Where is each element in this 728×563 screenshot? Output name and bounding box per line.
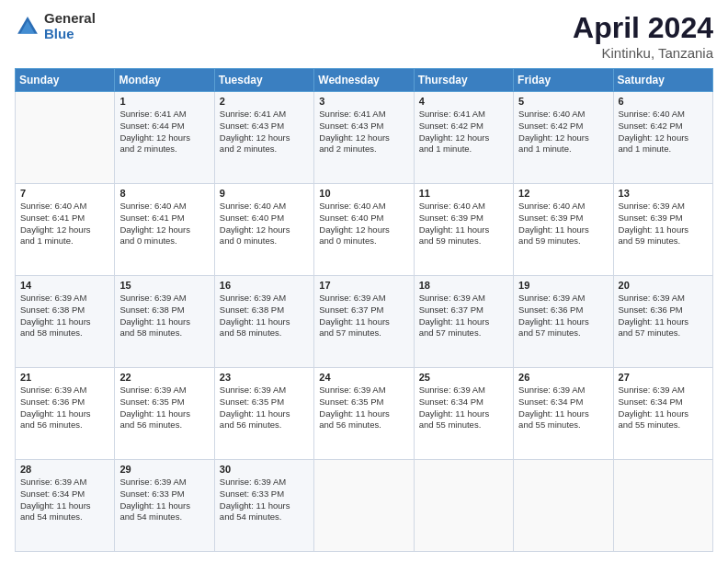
logo-blue-text: Blue <box>44 27 96 42</box>
calendar-cell: 2Sunrise: 6:41 AM Sunset: 6:43 PM Daylig… <box>214 92 313 184</box>
calendar-cell: 3Sunrise: 6:41 AM Sunset: 6:43 PM Daylig… <box>314 92 414 184</box>
calendar-cell: 21Sunrise: 6:39 AM Sunset: 6:36 PM Dayli… <box>16 368 115 460</box>
day-number: 1 <box>119 96 209 107</box>
logo: General Blue <box>15 11 96 41</box>
day-number: 9 <box>220 188 309 199</box>
day-info: Sunrise: 6:40 AM Sunset: 6:41 PM Dayligh… <box>20 201 109 247</box>
day-number: 7 <box>20 188 109 199</box>
header: General Blue April 2024 Kintinku, Tanzan… <box>15 11 713 61</box>
day-number: 29 <box>119 464 209 475</box>
calendar-cell: 29Sunrise: 6:39 AM Sunset: 6:33 PM Dayli… <box>115 460 214 552</box>
day-info: Sunrise: 6:41 AM Sunset: 6:42 PM Dayligh… <box>419 109 508 155</box>
day-info: Sunrise: 6:39 AM Sunset: 6:37 PM Dayligh… <box>319 293 408 339</box>
day-info: Sunrise: 6:40 AM Sunset: 6:39 PM Dayligh… <box>419 201 508 247</box>
title-block: April 2024 Kintinku, Tanzania <box>573 11 713 61</box>
subtitle: Kintinku, Tanzania <box>573 45 713 61</box>
day-number: 4 <box>419 96 508 107</box>
day-info: Sunrise: 6:39 AM Sunset: 6:35 PM Dayligh… <box>119 385 209 431</box>
day-number: 18 <box>419 280 508 291</box>
calendar-cell: 4Sunrise: 6:41 AM Sunset: 6:42 PM Daylig… <box>414 92 513 184</box>
calendar-header-tuesday: Tuesday <box>214 69 313 92</box>
calendar-cell <box>514 460 613 552</box>
day-info: Sunrise: 6:41 AM Sunset: 6:43 PM Dayligh… <box>319 109 408 155</box>
day-number: 28 <box>20 464 109 475</box>
day-info: Sunrise: 6:41 AM Sunset: 6:44 PM Dayligh… <box>119 109 209 155</box>
day-number: 5 <box>518 96 608 107</box>
day-number: 17 <box>319 280 408 291</box>
calendar-cell: 23Sunrise: 6:39 AM Sunset: 6:35 PM Dayli… <box>214 368 313 460</box>
day-info: Sunrise: 6:39 AM Sunset: 6:33 PM Dayligh… <box>119 477 209 523</box>
calendar-cell: 28Sunrise: 6:39 AM Sunset: 6:34 PM Dayli… <box>16 460 115 552</box>
day-number: 13 <box>619 188 708 199</box>
day-info: Sunrise: 6:39 AM Sunset: 6:38 PM Dayligh… <box>20 293 109 339</box>
calendar-header-wednesday: Wednesday <box>314 69 414 92</box>
day-number: 30 <box>220 464 309 475</box>
day-number: 25 <box>419 372 508 383</box>
day-info: Sunrise: 6:39 AM Sunset: 6:34 PM Dayligh… <box>20 477 109 523</box>
calendar-cell: 24Sunrise: 6:39 AM Sunset: 6:35 PM Dayli… <box>314 368 414 460</box>
day-info: Sunrise: 6:39 AM Sunset: 6:35 PM Dayligh… <box>319 385 408 431</box>
calendar-cell: 9Sunrise: 6:40 AM Sunset: 6:40 PM Daylig… <box>214 184 313 276</box>
day-info: Sunrise: 6:39 AM Sunset: 6:36 PM Dayligh… <box>518 293 608 339</box>
day-number: 12 <box>518 188 608 199</box>
day-info: Sunrise: 6:39 AM Sunset: 6:39 PM Dayligh… <box>619 201 708 247</box>
day-number: 27 <box>619 372 708 383</box>
day-info: Sunrise: 6:40 AM Sunset: 6:40 PM Dayligh… <box>319 201 408 247</box>
calendar-header-row: SundayMondayTuesdayWednesdayThursdayFrid… <box>16 69 713 92</box>
logo-icon <box>15 14 40 40</box>
day-info: Sunrise: 6:39 AM Sunset: 6:38 PM Dayligh… <box>220 293 309 339</box>
calendar-cell <box>16 92 115 184</box>
calendar-header: SundayMondayTuesdayWednesdayThursdayFrid… <box>16 69 713 92</box>
day-info: Sunrise: 6:39 AM Sunset: 6:38 PM Dayligh… <box>119 293 209 339</box>
day-info: Sunrise: 6:39 AM Sunset: 6:34 PM Dayligh… <box>419 385 508 431</box>
calendar-cell: 12Sunrise: 6:40 AM Sunset: 6:39 PM Dayli… <box>514 184 613 276</box>
calendar-week-4: 21Sunrise: 6:39 AM Sunset: 6:36 PM Dayli… <box>16 368 713 460</box>
day-number: 2 <box>220 96 309 107</box>
day-number: 10 <box>319 188 408 199</box>
calendar-body: 1Sunrise: 6:41 AM Sunset: 6:44 PM Daylig… <box>16 92 713 552</box>
calendar-cell: 25Sunrise: 6:39 AM Sunset: 6:34 PM Dayli… <box>414 368 513 460</box>
calendar-cell: 8Sunrise: 6:40 AM Sunset: 6:41 PM Daylig… <box>115 184 214 276</box>
day-number: 8 <box>119 188 209 199</box>
logo-text: General Blue <box>44 11 96 41</box>
calendar-cell: 7Sunrise: 6:40 AM Sunset: 6:41 PM Daylig… <box>16 184 115 276</box>
day-number: 11 <box>419 188 508 199</box>
day-info: Sunrise: 6:39 AM Sunset: 6:36 PM Dayligh… <box>619 293 708 339</box>
calendar-table: SundayMondayTuesdayWednesdayThursdayFrid… <box>15 68 713 552</box>
calendar-cell: 13Sunrise: 6:39 AM Sunset: 6:39 PM Dayli… <box>613 184 712 276</box>
day-number: 20 <box>619 280 708 291</box>
calendar-cell: 27Sunrise: 6:39 AM Sunset: 6:34 PM Dayli… <box>613 368 712 460</box>
logo-general-text: General <box>44 11 96 27</box>
calendar-cell: 16Sunrise: 6:39 AM Sunset: 6:38 PM Dayli… <box>214 276 313 368</box>
day-info: Sunrise: 6:40 AM Sunset: 6:42 PM Dayligh… <box>619 109 708 155</box>
calendar-week-5: 28Sunrise: 6:39 AM Sunset: 6:34 PM Dayli… <box>16 460 713 552</box>
day-number: 26 <box>518 372 608 383</box>
calendar-cell: 14Sunrise: 6:39 AM Sunset: 6:38 PM Dayli… <box>16 276 115 368</box>
calendar-cell: 19Sunrise: 6:39 AM Sunset: 6:36 PM Dayli… <box>514 276 613 368</box>
calendar-header-thursday: Thursday <box>414 69 513 92</box>
calendar-cell: 11Sunrise: 6:40 AM Sunset: 6:39 PM Dayli… <box>414 184 513 276</box>
calendar-cell: 22Sunrise: 6:39 AM Sunset: 6:35 PM Dayli… <box>115 368 214 460</box>
calendar-week-3: 14Sunrise: 6:39 AM Sunset: 6:38 PM Dayli… <box>16 276 713 368</box>
calendar-week-2: 7Sunrise: 6:40 AM Sunset: 6:41 PM Daylig… <box>16 184 713 276</box>
calendar-week-1: 1Sunrise: 6:41 AM Sunset: 6:44 PM Daylig… <box>16 92 713 184</box>
main-title: April 2024 <box>573 11 713 45</box>
day-info: Sunrise: 6:39 AM Sunset: 6:37 PM Dayligh… <box>419 293 508 339</box>
day-number: 3 <box>319 96 408 107</box>
calendar-header-sunday: Sunday <box>16 69 115 92</box>
day-number: 15 <box>119 280 209 291</box>
calendar-cell <box>613 460 712 552</box>
calendar-cell: 30Sunrise: 6:39 AM Sunset: 6:33 PM Dayli… <box>214 460 313 552</box>
day-number: 24 <box>319 372 408 383</box>
day-info: Sunrise: 6:40 AM Sunset: 6:39 PM Dayligh… <box>518 201 608 247</box>
calendar-cell: 6Sunrise: 6:40 AM Sunset: 6:42 PM Daylig… <box>613 92 712 184</box>
calendar-cell: 1Sunrise: 6:41 AM Sunset: 6:44 PM Daylig… <box>115 92 214 184</box>
calendar-cell: 10Sunrise: 6:40 AM Sunset: 6:40 PM Dayli… <box>314 184 414 276</box>
day-number: 14 <box>20 280 109 291</box>
calendar-cell: 5Sunrise: 6:40 AM Sunset: 6:42 PM Daylig… <box>514 92 613 184</box>
page: General Blue April 2024 Kintinku, Tanzan… <box>0 0 728 563</box>
day-info: Sunrise: 6:39 AM Sunset: 6:35 PM Dayligh… <box>220 385 309 431</box>
day-number: 6 <box>619 96 708 107</box>
calendar-header-friday: Friday <box>514 69 613 92</box>
day-number: 16 <box>220 280 309 291</box>
